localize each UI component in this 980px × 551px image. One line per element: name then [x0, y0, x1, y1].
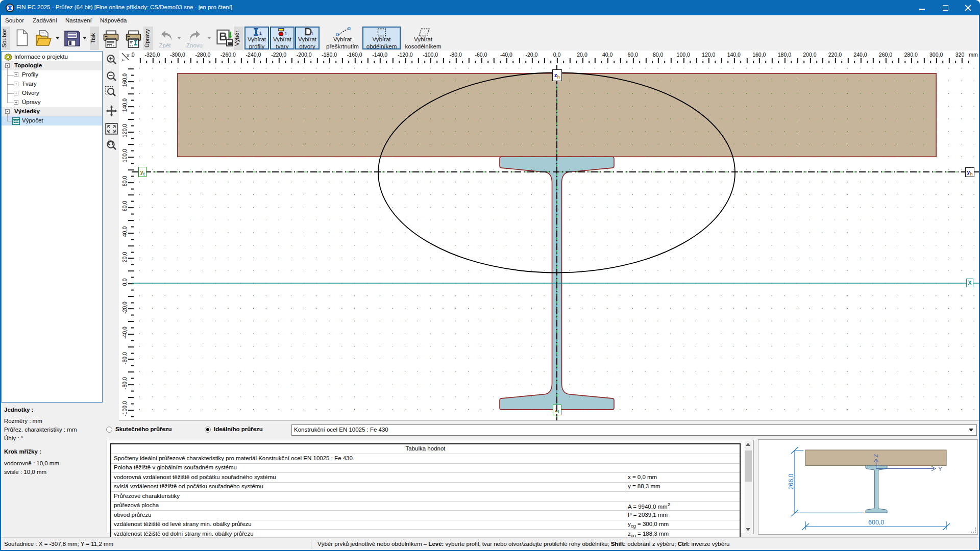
svg-text:Z: Z: [873, 454, 879, 458]
svg-text:1: 1: [259, 31, 262, 36]
svg-text:1: 1: [311, 31, 313, 36]
svg-text:266,0: 266,0: [788, 473, 795, 489]
svg-text:1: 1: [285, 31, 287, 36]
svg-text:600,0: 600,0: [868, 519, 884, 526]
svg-text:Y: Y: [938, 466, 942, 472]
